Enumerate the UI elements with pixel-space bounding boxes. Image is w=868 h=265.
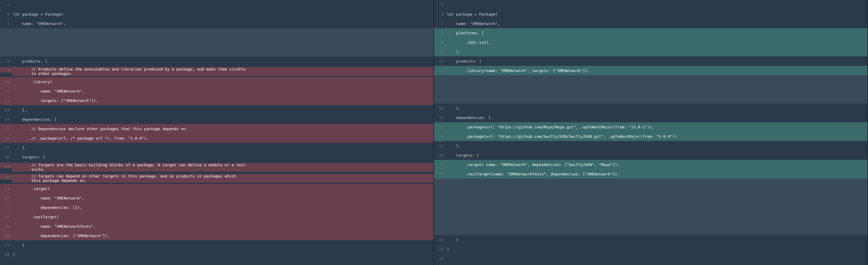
diff-row-left[interactable]: 8 products: [ bbox=[0, 57, 433, 66]
code-content[interactable]: .package(url: "https://github.com/Swifty… bbox=[446, 132, 867, 141]
code-content[interactable]: let package = Package( bbox=[446, 9, 867, 19]
code-content[interactable] bbox=[446, 188, 867, 197]
diff-row-right[interactable]: 16 .package(url: "https://github.com/Swi… bbox=[434, 132, 867, 141]
diff-row-right[interactable]: 18 targets: [ bbox=[434, 151, 867, 160]
diff-row-left[interactable]: 25 name: "SMENetworkTests", bbox=[0, 222, 433, 231]
code-content[interactable] bbox=[12, 0, 433, 9]
diff-row-right[interactable]: 12 .library(name: "SMENetwork", targets:… bbox=[434, 66, 867, 75]
diff-row-right[interactable] bbox=[434, 226, 867, 235]
code-content[interactable]: platforms: [ bbox=[446, 28, 867, 38]
code-content[interactable]: ], bbox=[12, 143, 433, 152]
code-content[interactable]: targets: [ bbox=[12, 152, 433, 162]
diff-row-right[interactable] bbox=[434, 188, 867, 197]
code-content[interactable]: name: "SMENetworkTests", bbox=[12, 222, 433, 231]
diff-row-left[interactable]: 18 targets: [ bbox=[0, 152, 433, 162]
diff-row-left[interactable]: 28) bbox=[0, 250, 433, 259]
diff-row-left[interactable]: 23 dependencies: []), bbox=[0, 203, 433, 212]
code-content[interactable]: ], bbox=[12, 105, 433, 114]
diff-row-left[interactable]: 24 .testTarget( bbox=[0, 212, 433, 222]
diff-row-left[interactable]: 27 ] bbox=[0, 240, 433, 250]
diff-row-left[interactable]: 12 targets: ["SMENetwork"]), bbox=[0, 96, 433, 105]
diff-row-right[interactable] bbox=[434, 216, 867, 226]
code-content[interactable]: name: "SMENetwork", bbox=[12, 19, 433, 28]
code-content[interactable]: ) bbox=[12, 250, 433, 259]
code-content[interactable] bbox=[446, 226, 867, 235]
diff-row-left[interactable]: 26 dependencies: ["SMENetwork"]), bbox=[0, 231, 433, 240]
diff-row-right[interactable] bbox=[434, 94, 867, 103]
code-content[interactable] bbox=[446, 94, 867, 103]
code-content[interactable]: .target( name: "SMENetwork", dependencie… bbox=[446, 160, 867, 169]
diff-row-left[interactable] bbox=[0, 28, 433, 38]
diff-row-right[interactable]: 11 products: [ bbox=[434, 57, 867, 66]
code-content[interactable]: // Dependencies declare other packages t… bbox=[12, 124, 433, 133]
code-content[interactable]: targets: ["SMENetwork"]), bbox=[12, 96, 433, 105]
diff-row-right[interactable]: 19 .target( name: "SMENetwork", dependen… bbox=[434, 160, 867, 169]
code-content[interactable] bbox=[446, 254, 867, 263]
code-content[interactable]: products: [ bbox=[12, 57, 433, 66]
diff-row-right[interactable]: 6let package = Package( bbox=[434, 9, 867, 19]
code-content[interactable]: let package = Package( bbox=[12, 9, 433, 19]
code-content[interactable] bbox=[446, 216, 867, 226]
code-content[interactable]: ], bbox=[446, 103, 867, 113]
diff-row-left[interactable]: 9 // Products define the executables and… bbox=[0, 66, 433, 77]
code-content[interactable]: dependencies: [ bbox=[446, 113, 867, 122]
code-content[interactable]: .testTarget(name: "SMENetworkTests", dep… bbox=[446, 169, 867, 178]
code-content[interactable]: .iOS(.v11), bbox=[446, 38, 867, 47]
code-content[interactable] bbox=[446, 178, 867, 188]
code-content[interactable]: products: [ bbox=[446, 57, 867, 66]
code-content[interactable] bbox=[446, 75, 867, 85]
diff-row-right[interactable]: 22) bbox=[434, 244, 867, 254]
diff-row-right[interactable]: 9 .iOS(.v11), bbox=[434, 38, 867, 47]
diff-right-pane[interactable]: 56let package = Package(7 name: "SMENetw… bbox=[434, 0, 868, 265]
code-content[interactable]: // Targets are the basic building blocks… bbox=[12, 163, 433, 172]
diff-row-left[interactable]: 21 .target( bbox=[0, 184, 433, 193]
code-content[interactable]: ], bbox=[446, 47, 867, 57]
code-content[interactable]: .library(name: "SMENetwork", targets: ["… bbox=[446, 66, 867, 75]
diff-row-right[interactable] bbox=[434, 75, 867, 85]
code-content[interactable] bbox=[12, 47, 433, 57]
code-content[interactable]: .target( bbox=[12, 184, 433, 193]
code-content[interactable] bbox=[446, 85, 867, 94]
diff-row-right[interactable]: 10 ], bbox=[434, 47, 867, 57]
diff-row-right[interactable]: 14 dependencies: [ bbox=[434, 113, 867, 122]
diff-row-left[interactable]: 22 name: "SMENetwork", bbox=[0, 193, 433, 203]
diff-row-left[interactable]: 19 // Targets are the basic building blo… bbox=[0, 162, 433, 173]
code-content[interactable]: ] bbox=[446, 235, 867, 244]
code-content[interactable]: name: "SMENetwork", bbox=[12, 193, 433, 203]
code-content[interactable]: // Products define the executables and l… bbox=[12, 67, 433, 76]
diff-row-right[interactable]: 21 ] bbox=[434, 235, 867, 244]
code-content[interactable]: name: "SMENetwork", bbox=[12, 87, 433, 96]
diff-row-left[interactable]: 20 // Targets can depend on other target… bbox=[0, 173, 433, 184]
diff-row-right[interactable]: 5 bbox=[434, 0, 867, 9]
diff-row-right[interactable] bbox=[434, 85, 867, 94]
code-content[interactable]: targets: [ bbox=[446, 151, 867, 160]
diff-row-left[interactable]: 15 // Dependencies declare other package… bbox=[0, 124, 433, 133]
diff-row-right[interactable] bbox=[434, 207, 867, 216]
diff-left-pane[interactable]: 56let package = Package(7 name: "SMENetw… bbox=[0, 0, 434, 265]
code-content[interactable] bbox=[12, 28, 433, 38]
diff-row-right[interactable]: 20 .testTarget(name: "SMENetworkTests", … bbox=[434, 169, 867, 178]
code-content[interactable]: // Targets can depend on other targets i… bbox=[12, 174, 433, 183]
code-content[interactable] bbox=[12, 38, 433, 47]
diff-row-left[interactable]: 5 bbox=[0, 0, 433, 9]
code-content[interactable]: dependencies: ["SMENetwork"]), bbox=[12, 231, 433, 240]
code-content[interactable]: ] bbox=[12, 240, 433, 250]
code-content[interactable] bbox=[446, 0, 867, 9]
diff-row-right[interactable]: 7 name: "SMENetwork", bbox=[434, 19, 867, 28]
diff-row-left[interactable]: 14 dependencies: [ bbox=[0, 114, 433, 124]
diff-row-right[interactable]: 15 .package(url: "https://github.com/Moy… bbox=[434, 122, 867, 132]
diff-row-left[interactable]: 11 name: "SMENetwork", bbox=[0, 87, 433, 96]
diff-row-right[interactable]: 17 ], bbox=[434, 141, 867, 151]
diff-row-right[interactable]: 8 platforms: [ bbox=[434, 28, 867, 38]
diff-row-right[interactable] bbox=[434, 197, 867, 207]
code-content[interactable] bbox=[446, 207, 867, 216]
code-content[interactable]: dependencies: [ bbox=[12, 114, 433, 124]
diff-row-right[interactable] bbox=[434, 178, 867, 188]
diff-row-left[interactable] bbox=[0, 38, 433, 47]
diff-row-left[interactable] bbox=[0, 47, 433, 57]
code-content[interactable]: ], bbox=[446, 141, 867, 151]
diff-row-left[interactable]: 16 // .package(url: /* package url */, f… bbox=[0, 133, 433, 143]
code-content[interactable]: // .package(url: /* package url */, from… bbox=[12, 133, 433, 143]
code-content[interactable]: name: "SMENetwork", bbox=[446, 19, 867, 28]
code-content[interactable] bbox=[446, 197, 867, 207]
